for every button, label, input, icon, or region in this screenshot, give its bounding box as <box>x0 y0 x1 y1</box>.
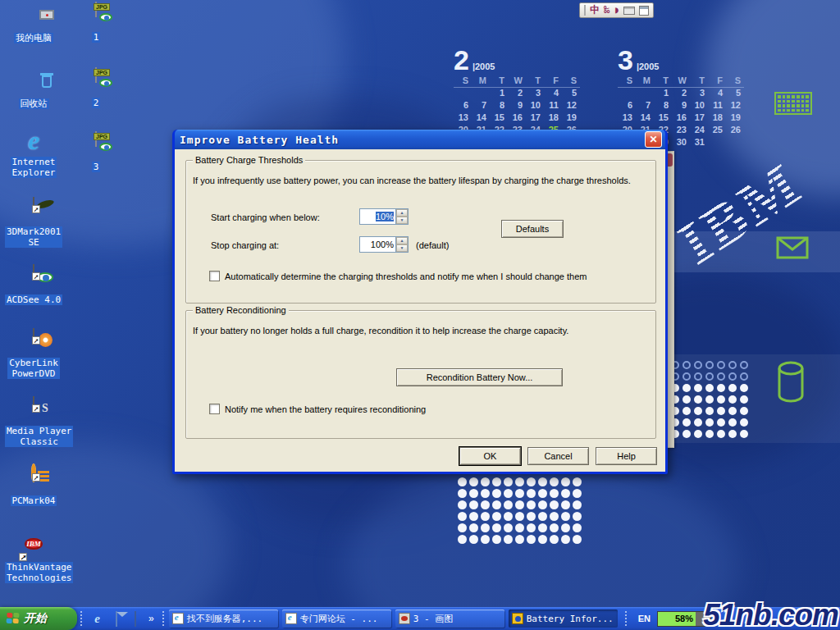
dot <box>458 500 467 509</box>
desktop-icon-jpg-1[interactable]: JPG1 <box>67 2 125 43</box>
cancel-button[interactable]: Cancel <box>527 447 589 465</box>
improve-battery-health-dialog: Improve Battery Health ✕ Battery Charge … <box>172 130 668 474</box>
keyboard-grid-cell <box>797 104 800 107</box>
dot <box>705 361 714 369</box>
quick-launch-show-desktop-icon[interactable] <box>135 611 136 627</box>
task-label: 找不到服务器,... <box>187 613 263 625</box>
dot <box>538 512 547 521</box>
help-button[interactable]: Help <box>596 447 657 465</box>
dot <box>515 477 524 486</box>
ime-chinese-mode-icon[interactable]: 中 <box>590 3 600 17</box>
calendar-day: 5 <box>726 88 744 100</box>
taskbar-task-item[interactable]: 3 - 画图 <box>395 609 504 628</box>
taskbar-task-item[interactable]: 找不到服务器,... <box>169 609 278 628</box>
shortcut-arrow-icon: ➚ <box>32 473 40 482</box>
desktop-icon-3dmark[interactable]: ➚3DMark2001 SE <box>5 198 62 249</box>
desktop-icon-label: 1 <box>92 32 101 43</box>
start-button[interactable]: 开始 <box>0 607 77 630</box>
calendar-day: 23 <box>672 125 690 137</box>
ime-language-bar[interactable]: 中 ‰ ◗ <box>579 2 654 18</box>
stop-charging-label: Stop charging at: <box>211 240 279 250</box>
desktop-icon-jpg-3[interactable]: JPG3 <box>67 132 125 173</box>
calendar-day <box>472 88 490 100</box>
quick-launch-ie-icon[interactable]: e <box>90 612 104 626</box>
dot-grid-bottom <box>458 477 584 546</box>
calendar-day: 6 <box>618 100 636 112</box>
desktop-icon-powerdvd[interactable]: ➚CyberLink PowerDVD <box>5 329 62 380</box>
dot <box>705 372 714 381</box>
defaults-button[interactable]: Defaults <box>501 220 564 238</box>
spin-up-icon[interactable]: ▲ <box>396 209 408 217</box>
desktop-icon-internet-explorer[interactable]: eInternet Explorer <box>5 128 62 179</box>
desktop-icon-mpc[interactable]: ➚Media Player Classic <box>5 397 62 448</box>
dot <box>573 523 582 532</box>
taskbar-grip[interactable] <box>80 611 84 626</box>
quick-launch-mail-icon[interactable] <box>116 611 117 627</box>
dot <box>728 395 737 404</box>
start-charging-spinner[interactable]: 10% ▲ ▼ <box>359 208 409 225</box>
keyboard-grid-cell <box>783 95 786 98</box>
calendar-day <box>708 137 726 149</box>
dot <box>705 384 714 392</box>
spin-up-icon[interactable]: ▲ <box>396 237 408 244</box>
keyboard-grid-cell <box>806 109 809 112</box>
task-label: Battery Infor... <box>527 614 614 624</box>
dot <box>717 395 725 404</box>
calendar-day: 25 <box>708 125 726 137</box>
dot <box>458 489 467 498</box>
close-button[interactable]: ✕ <box>645 131 662 148</box>
ime-menu-icon[interactable] <box>639 6 649 16</box>
taskbar-grip[interactable] <box>162 611 166 626</box>
dialog-title-bar[interactable]: Improve Battery Health ✕ <box>175 130 665 149</box>
dot <box>561 512 570 521</box>
dot <box>728 407 737 415</box>
desktop-icon-label: ACDSee 4.0 <box>5 294 62 305</box>
ime-grip-handle[interactable] <box>584 5 586 16</box>
calendar-day: 15 <box>490 112 508 125</box>
desktop-icon-acdsee[interactable]: ➚ACDSee 4.0 <box>5 265 62 306</box>
dot <box>458 523 467 532</box>
spinner-value[interactable]: 10% <box>360 209 395 224</box>
calendar-day: 11 <box>544 100 562 112</box>
desktop-icon-my-computer[interactable]: 我的电脑 <box>5 3 62 44</box>
dot <box>682 407 691 415</box>
calendar-year: |2005 <box>472 62 495 71</box>
auto-thresholds-checkbox[interactable] <box>209 271 220 281</box>
keyboard-grid-cell <box>778 95 781 98</box>
ok-button[interactable]: OK <box>459 447 521 465</box>
spinner-value[interactable]: 100% <box>360 237 395 252</box>
calendar-day-header: W <box>672 75 690 88</box>
desktop-icon-recycle-bin[interactable]: 回收站 <box>5 69 62 110</box>
dot <box>694 395 702 404</box>
taskbar-task-active[interactable]: Battery Infor... <box>509 609 618 628</box>
spin-down-icon[interactable]: ▼ <box>396 244 408 252</box>
ime-punctuation-icon[interactable]: ‰ <box>604 3 609 17</box>
taskbar-grip[interactable] <box>625 611 628 626</box>
dot <box>717 418 725 427</box>
dot <box>682 361 691 369</box>
keyboard-grid-cell <box>806 100 809 103</box>
dot <box>694 372 702 381</box>
desktop-icon-pcmark[interactable]: ➚PCMark04 <box>5 466 62 507</box>
group-description: If you infrequently use battery power, y… <box>193 176 649 185</box>
recondition-battery-button[interactable]: Recondition Battery Now... <box>396 368 563 386</box>
calendar-day: 31 <box>690 137 708 149</box>
ime-pen-icon[interactable]: ◗ <box>614 3 619 17</box>
stop-charging-spinner[interactable]: 100% ▲ ▼ <box>359 236 409 253</box>
keyboard-grid-cell <box>783 100 786 103</box>
dot <box>504 500 513 509</box>
calendar-month-number: 3 <box>618 48 633 72</box>
spin-down-icon[interactable]: ▼ <box>396 217 408 224</box>
ime-soft-keyboard-icon[interactable] <box>623 7 635 15</box>
dot <box>717 361 725 369</box>
dot <box>740 395 748 404</box>
quick-launch-chevron-icon[interactable]: » <box>147 613 156 624</box>
language-indicator[interactable]: EN <box>638 614 651 623</box>
calendar-day: 12 <box>562 100 580 112</box>
dot <box>527 512 536 521</box>
desktop-icon-jpg-2[interactable]: JPG2 <box>67 68 125 109</box>
taskbar-task-item[interactable]: 专门网论坛 - ... <box>282 609 391 628</box>
desktop-icon-thinkvantage[interactable]: IBM➚ThinkVantage Technologies <box>5 533 62 584</box>
notify-recondition-checkbox[interactable] <box>209 404 220 414</box>
dot <box>481 500 490 509</box>
